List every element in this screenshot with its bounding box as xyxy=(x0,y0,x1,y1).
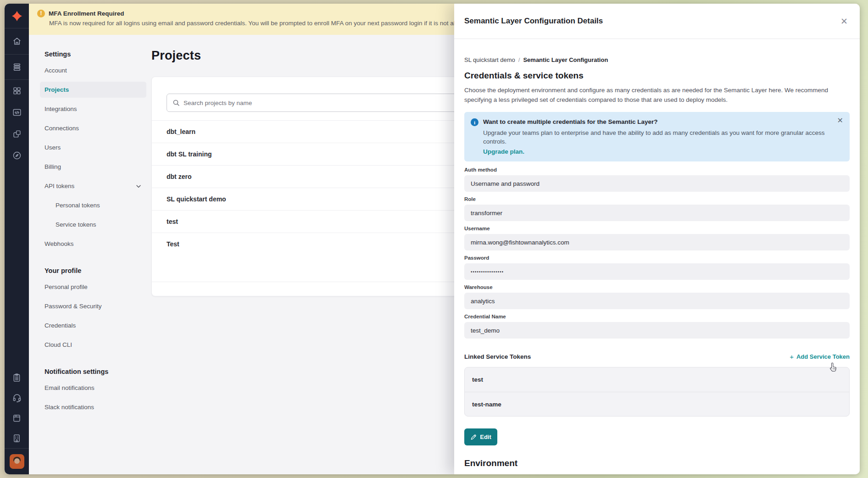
username-value: mirna.wong@fishtownanalytics.com xyxy=(464,234,850,250)
auth-method-value: Username and password xyxy=(464,175,850,192)
nav-item-personal-profile[interactable]: Personal profile xyxy=(40,279,146,295)
info-title: Want to create multiple credentials for … xyxy=(483,117,843,126)
credential-name-value: test_demo xyxy=(464,322,850,339)
info-close-icon[interactable]: ✕ xyxy=(837,117,843,124)
semantic-layer-panel: Semantic Layer Configuration Details ✕ S… xyxy=(454,4,860,474)
close-icon[interactable]: ✕ xyxy=(840,17,848,26)
linked-tokens-title: Linked Service Tokens xyxy=(464,353,531,360)
field-auth-method: Auth method Username and password xyxy=(464,167,850,192)
role-value: transformer xyxy=(464,205,850,221)
environment-section-description: Select the deployment environment to run… xyxy=(464,472,850,474)
nav-item-integrations[interactable]: Integrations xyxy=(40,101,146,117)
add-service-token-button[interactable]: + Add Service Token xyxy=(790,353,850,361)
breadcrumb-separator: / xyxy=(518,56,520,63)
nav-item-email-notifications[interactable]: Email notifications xyxy=(40,380,146,396)
banner-title: MFA Enrollment Required xyxy=(49,10,124,17)
field-password: Password •••••••••••••••• xyxy=(464,255,850,280)
icon-rail xyxy=(5,4,29,474)
panel-body: SL quickstart demo / Semantic Layer Conf… xyxy=(454,39,860,474)
field-credential-name: Credential Name test_demo xyxy=(464,314,850,339)
password-value: •••••••••••••••• xyxy=(464,263,850,280)
info-body: Upgrade your teams plan to enterprise an… xyxy=(483,128,843,146)
breadcrumb: SL quickstart demo / Semantic Layer Conf… xyxy=(464,56,850,63)
app-window: ! MFA Enrollment Required MFA is now req… xyxy=(5,4,860,474)
upgrade-plan-link[interactable]: Upgrade plan. xyxy=(483,147,843,156)
breadcrumb-parent[interactable]: SL quickstart demo xyxy=(464,56,515,63)
token-row[interactable]: test xyxy=(465,367,849,392)
nav-item-projects[interactable]: Projects xyxy=(40,82,146,98)
environment-section-title: Environment xyxy=(464,458,850,468)
plus-icon: + xyxy=(790,353,794,361)
credentials-section-title: Credentials & service tokens xyxy=(464,71,850,81)
nav-item-account[interactable]: Account xyxy=(40,62,146,78)
field-username: Username mirna.wong@fishtownanalytics.co… xyxy=(464,226,850,250)
nav-section-settings: Settings xyxy=(40,50,151,62)
panel-title: Semantic Layer Configuration Details xyxy=(464,17,840,26)
nav-item-connections[interactable]: Connections xyxy=(40,120,146,136)
nav-section-notification-settings: Notification settings xyxy=(40,368,151,380)
support-headset-icon[interactable] xyxy=(5,388,29,408)
develop-ide-icon[interactable] xyxy=(5,101,29,123)
nav-item-billing[interactable]: Billing xyxy=(40,159,146,175)
nav-item-api-tokens[interactable]: API tokens xyxy=(40,178,146,194)
nav-item-users[interactable]: Users xyxy=(40,139,146,156)
explore-compass-icon[interactable] xyxy=(5,145,29,166)
field-role: Role transformer xyxy=(464,196,850,221)
nav-item-cloud-cli[interactable]: Cloud CLI xyxy=(40,337,146,353)
pencil-icon xyxy=(470,434,477,440)
credential-fields: Auth method Username and password Role t… xyxy=(464,167,850,339)
home-icon[interactable] xyxy=(5,28,29,54)
dbt-logo-icon[interactable] xyxy=(5,4,29,28)
credentials-section-description: Choose the deployment environment and co… xyxy=(464,85,850,105)
projects-branch-icon[interactable] xyxy=(5,123,29,145)
breadcrumb-current: Semantic Layer Configuration xyxy=(523,56,608,63)
nav-item-webhooks[interactable]: Webhooks xyxy=(40,236,146,252)
field-warehouse: Warehouse analytics xyxy=(464,284,850,309)
edit-button[interactable]: Edit xyxy=(464,428,497,445)
warehouse-value: analytics xyxy=(464,293,850,309)
warning-icon: ! xyxy=(37,10,45,17)
search-icon xyxy=(172,99,180,106)
nav-item-personal-tokens[interactable]: Personal tokens xyxy=(51,197,146,213)
organization-icon[interactable] xyxy=(5,428,29,448)
nav-item-slack-notifications[interactable]: Slack notifications xyxy=(40,399,146,415)
settings-nav: Settings Account Projects Integrations C… xyxy=(29,35,151,474)
notes-clipboard-icon[interactable] xyxy=(5,367,29,388)
user-avatar[interactable] xyxy=(5,449,29,474)
docs-icon[interactable] xyxy=(5,408,29,428)
info-icon: i xyxy=(471,118,479,126)
nav-item-service-tokens[interactable]: Service tokens xyxy=(51,217,146,233)
token-row[interactable]: test-name xyxy=(465,392,849,416)
upgrade-info-box: i Want to create multiple credentials fo… xyxy=(464,112,850,161)
chevron-down-icon xyxy=(135,183,142,189)
linked-tokens-header: Linked Service Tokens + Add Service Toke… xyxy=(464,352,850,361)
deploy-icon[interactable] xyxy=(5,55,29,79)
nav-item-password-security[interactable]: Password & Security xyxy=(40,298,146,314)
panel-header: Semantic Layer Configuration Details ✕ xyxy=(454,4,860,39)
dashboards-icon[interactable] xyxy=(5,80,29,101)
nav-section-your-profile: Your profile xyxy=(40,267,151,279)
linked-tokens-list: test test-name xyxy=(464,367,850,417)
nav-item-credentials[interactable]: Credentials xyxy=(40,317,146,333)
